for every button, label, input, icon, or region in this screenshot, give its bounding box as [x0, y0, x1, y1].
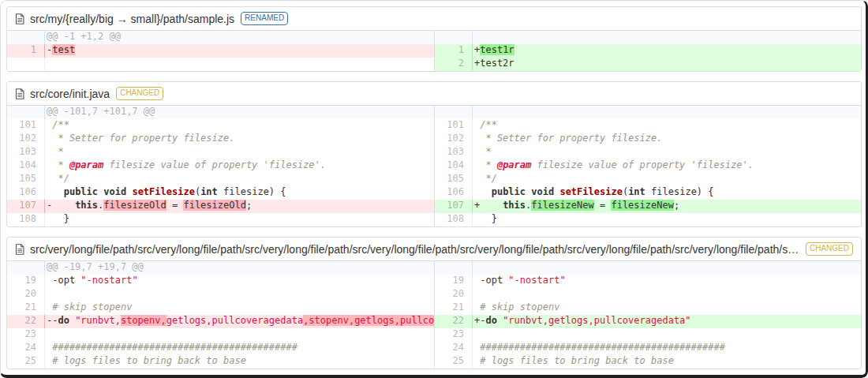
line-number [435, 31, 473, 44]
line-number: 102 [7, 133, 45, 146]
diff-row: 101 /** [7, 119, 434, 133]
hunk-header-row: @@ -19,7 +19,7 @@ [7, 261, 434, 275]
code-line: # logs files to bring back to base [473, 355, 861, 369]
diff-row: 103 * [435, 146, 861, 159]
code-line: * [45, 146, 434, 159]
hunk-header [473, 261, 861, 275]
diff-row: 104 * @param filesize value of property … [7, 159, 434, 173]
line-number: 103 [435, 146, 473, 159]
diff-row: 107+ this.filesizeNew = filesizeNew; [435, 200, 861, 213]
diff-row: 101 /** [435, 119, 861, 133]
line-number: 107 [7, 200, 45, 213]
diff-pane-right: 19 -opt "-nostart"2021 # skip stopenv22+… [434, 261, 861, 369]
file-header: src/my/{really/big → small}/path/sample.… [7, 7, 861, 31]
code-line: * @param filesize value of property 'fil… [45, 159, 434, 173]
code-line: */ [45, 173, 434, 186]
hunk-header-row [435, 106, 861, 119]
code-line: # skip stopenv [473, 301, 861, 315]
diff-row: 22--do "runbvt,stopenv,getlogs,pullcover… [7, 315, 434, 328]
diff-row: 105 */ [435, 173, 861, 186]
line-number: 25 [435, 355, 473, 369]
line-number: 101 [7, 119, 45, 133]
file-name: src/my/{really/big → small}/path/sample.… [30, 13, 234, 25]
code-line: * Setter for property filesize. [473, 133, 861, 146]
diff-row: 24 #####################################… [435, 342, 861, 355]
diff-row: 1-test [7, 44, 434, 58]
file-list: src/my/{really/big → small}/path/sample.… [6, 6, 862, 369]
diff-row: 104 * @param filesize value of property … [435, 159, 861, 173]
line-number: 20 [7, 288, 45, 301]
diff-row: 107- this.filesizeOld = filesizeOld; [7, 200, 434, 213]
code-line: -opt "-nostart" [45, 275, 434, 288]
code-line: + this.filesizeNew = filesizeNew; [473, 200, 861, 213]
code-line [473, 288, 861, 301]
line-number: 105 [7, 173, 45, 186]
line-number: 106 [435, 186, 473, 200]
line-number: 23 [7, 328, 45, 342]
file-panel: src/my/{really/big → small}/path/sample.… [6, 6, 862, 72]
diff-row: 1+test1r [435, 44, 861, 58]
diff-row: 108 } [7, 213, 434, 226]
line-number: 104 [7, 159, 45, 173]
diff-row: 105 */ [7, 173, 434, 186]
file-panel: src/core/init.javaCHANGED@@ -101,7 +101,… [6, 81, 862, 227]
line-number: 1 [435, 44, 473, 58]
code-line [473, 328, 861, 342]
line-number: 102 [435, 133, 473, 146]
file-icon [15, 88, 24, 99]
diff-row: 102 * Setter for property filesize. [7, 133, 434, 146]
line-number: 101 [435, 119, 473, 133]
line-number: 1 [7, 44, 45, 58]
diff-row: 25 # logs files to bring back to base [7, 355, 434, 369]
code-line: /** [473, 119, 861, 133]
code-line: # logs files to bring back to base [45, 355, 434, 369]
hunk-header-row: @@ -1 +1,2 @@ [7, 31, 434, 44]
file-icon [15, 244, 24, 255]
code-line: -test [45, 44, 434, 58]
diff-row: 2+test2r [435, 58, 861, 71]
code-line [45, 288, 434, 301]
hunk-header: @@ -1 +1,2 @@ [45, 31, 434, 44]
line-number: 19 [7, 275, 45, 288]
diff-row: 19 -opt "-nostart" [7, 275, 434, 288]
file-status-badge: CHANGED [806, 242, 853, 256]
file-name: src/very/long/file/path/src/very/long/fi… [30, 243, 799, 256]
line-number [435, 261, 473, 275]
line-number: 24 [435, 342, 473, 355]
diff-table: @@ -1 +1,2 @@1-test1+test1r2+test2r [7, 31, 861, 71]
diff-pane-left: @@ -19,7 +19,7 @@19 -opt "-nostart"2021 … [7, 261, 434, 369]
hunk-header-row: @@ -101,7 +101,7 @@ [7, 106, 434, 119]
code-line: public void setFilesize(int filesize) { [473, 186, 861, 200]
code-line: +test2r [473, 58, 861, 71]
file-header: src/very/long/file/path/src/very/long/fi… [7, 238, 861, 261]
line-number: 20 [435, 288, 473, 301]
line-number: 21 [435, 301, 473, 315]
diff-viewer: src/my/{really/big → small}/path/sample.… [0, 0, 868, 378]
diff-row: 22+-do "runbvt,getlogs,pullcoveragedata" [435, 315, 861, 328]
line-number: 23 [435, 328, 473, 342]
code-line: } [473, 213, 861, 226]
line-number: 103 [7, 146, 45, 159]
file-panel: src/very/long/file/path/src/very/long/fi… [6, 237, 862, 369]
diff-row: 106 public void setFilesize(int filesize… [435, 186, 861, 200]
line-number: 104 [435, 159, 473, 173]
code-line: ########################################… [473, 342, 861, 355]
line-number: 106 [7, 186, 45, 200]
diff-row: 20 [7, 288, 434, 301]
diff-row: 102 * Setter for property filesize. [435, 133, 861, 146]
diff-row: 108 } [435, 213, 861, 226]
code-line: --do "runbvt,stopenv,getlogs,pullcoverag… [45, 315, 434, 328]
file-name: src/core/init.java [30, 88, 110, 100]
file-header: src/core/init.javaCHANGED [7, 82, 861, 106]
line-number: 22 [7, 315, 45, 328]
diff-row [7, 58, 434, 71]
code-line: /** [45, 119, 434, 133]
code-line: * @param filesize value of property 'fil… [473, 159, 861, 173]
diff-row: 20 [435, 288, 861, 301]
line-number [435, 106, 473, 119]
code-line: # skip stopenv [45, 301, 434, 315]
file-icon [15, 13, 24, 24]
diff-table: @@ -101,7 +101,7 @@101 /**102 * Setter f… [7, 106, 861, 226]
diff-pane-left: @@ -1 +1,2 @@1-test [7, 31, 434, 71]
code-line [45, 58, 434, 71]
